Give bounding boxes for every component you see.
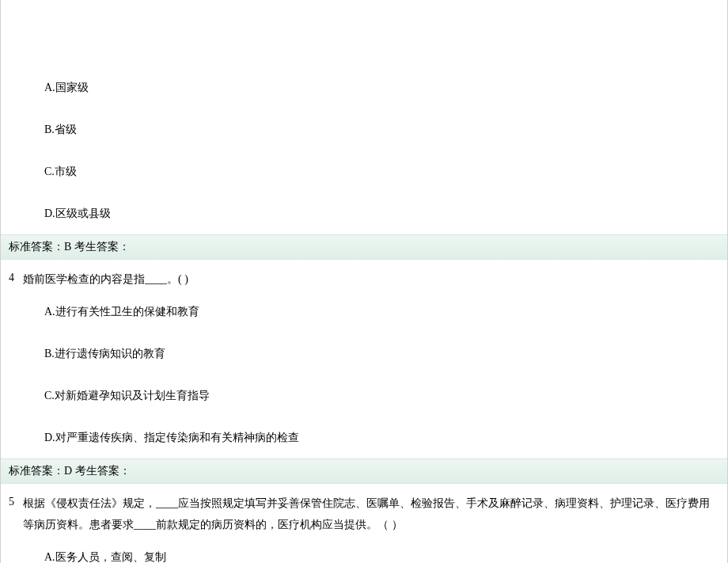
option-b: B.省级 bbox=[44, 121, 727, 138]
question-row: 4 婚前医学检查的内容是指____。( ) bbox=[1, 260, 727, 291]
option-block: D.对严重遗传疾病、指定传染病和有关精神病的检查 bbox=[1, 417, 727, 458]
option-c: C.对新婚避孕知识及计划生育指导 bbox=[44, 387, 727, 404]
option-block: A.医务人员，查阅、复制 bbox=[1, 536, 727, 563]
option-a: A.医务人员，查阅、复制 bbox=[44, 549, 727, 563]
question-number: 5 bbox=[9, 493, 23, 511]
option-d: D.对严重遗传疾病、指定传染病和有关精神病的检查 bbox=[44, 429, 727, 446]
option-block: B.进行遗传病知识的教育 bbox=[1, 333, 727, 375]
option-block: B.省级 bbox=[1, 108, 727, 150]
option-block: A.进行有关性卫生的保健和教育 bbox=[1, 291, 727, 333]
option-a: A.进行有关性卫生的保健和教育 bbox=[44, 303, 727, 320]
question-text: 根据《侵权责任法》规定，____应当按照规定填写并妥善保管住院志、医嘱单、检验报… bbox=[23, 493, 719, 535]
option-b: B.进行遗传病知识的教育 bbox=[44, 345, 727, 362]
question-text: 婚前医学检查的内容是指____。( ) bbox=[23, 269, 719, 291]
option-block: D.区级或县级 bbox=[1, 192, 727, 234]
option-block: C.市级 bbox=[1, 150, 727, 192]
option-a: A.国家级 bbox=[44, 79, 727, 96]
option-block: C.对新婚避孕知识及计划生育指导 bbox=[1, 375, 727, 417]
document-container: A.国家级 B.省级 C.市级 D.区级或县级 标准答案：B 考生答案： 4 婚… bbox=[0, 0, 728, 563]
question-row: 5 根据《侵权责任法》规定，____应当按照规定填写并妥善保管住院志、医嘱单、检… bbox=[1, 484, 727, 535]
answer-bar: 标准答案：B 考生答案： bbox=[1, 234, 727, 260]
question-number: 4 bbox=[9, 269, 23, 287]
option-block: A.国家级 bbox=[1, 0, 727, 108]
option-c: C.市级 bbox=[44, 163, 727, 180]
answer-bar: 标准答案：D 考生答案： bbox=[1, 458, 727, 484]
option-d: D.区级或县级 bbox=[44, 205, 727, 222]
